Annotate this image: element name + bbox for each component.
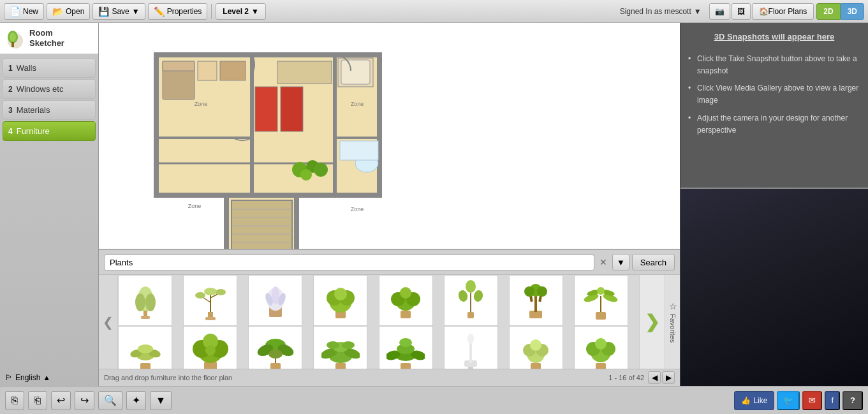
open-icon: 📂: [52, 6, 63, 17]
take-snapshot-button[interactable]: 📷: [709, 3, 730, 20]
email-icon: ✉: [809, 396, 816, 405]
twitter-button[interactable]: 🐦: [777, 391, 800, 410]
like-label: Like: [753, 396, 767, 405]
svg-rect-126: [531, 363, 541, 369]
svg-marker-139: [680, 227, 706, 355]
nav-num-1: 1: [8, 64, 13, 73]
paste-button[interactable]: ⎗: [28, 391, 47, 410]
plant-item-9[interactable]: [118, 326, 172, 369]
plant-item-16[interactable]: [574, 326, 628, 369]
copy-button[interactable]: ⎘: [5, 391, 24, 410]
svg-marker-137: [680, 291, 868, 355]
svg-rect-23: [255, 87, 277, 131]
search-button[interactable]: Search: [632, 254, 675, 270]
sidebar-item-furniture[interactable]: 4 Furniture: [3, 121, 96, 141]
facebook-icon: f: [831, 396, 834, 405]
svg-point-46: [145, 293, 156, 311]
svg-rect-146: [754, 235, 758, 283]
gallery-icon: 🖼: [737, 7, 745, 16]
search-dropdown-button[interactable]: ▼: [612, 254, 629, 270]
nav-num-3: 3: [8, 106, 13, 115]
preview-room-image: [680, 189, 868, 386]
plant-item-1[interactable]: [118, 275, 172, 326]
undo-button[interactable]: ↩: [51, 391, 71, 410]
sidebar-item-materials[interactable]: 3 Materials: [3, 100, 96, 120]
svg-rect-48: [141, 316, 150, 319]
svg-point-96: [138, 344, 153, 353]
sidebar-item-materials-label: Materials: [17, 105, 50, 115]
svg-text:Zone: Zone: [188, 203, 202, 209]
language-selector[interactable]: 🏳 English ▲: [0, 369, 98, 386]
view-2d-label: 2D: [823, 7, 833, 16]
redo-button[interactable]: ↪: [75, 391, 94, 410]
help-button[interactable]: ?: [842, 391, 863, 410]
facebook-button[interactable]: f: [825, 391, 840, 410]
svg-rect-116: [401, 363, 411, 369]
browser-content: ❮: [99, 275, 680, 369]
scroll-right-icon: ❯: [645, 311, 659, 332]
plant-item-4[interactable]: [313, 275, 367, 326]
more-button[interactable]: ▼: [150, 391, 172, 410]
like-button[interactable]: 👍 Like: [734, 391, 774, 410]
canvas-area[interactable]: Zone Zone Zone Zone Zone Zone Zone: [99, 23, 680, 386]
items-grid: [118, 275, 639, 369]
new-label: New: [23, 7, 38, 16]
save-button[interactable]: 💾 Save ▼: [92, 3, 145, 20]
svg-rect-85: [596, 312, 606, 320]
view-buttons: 📷 🖼 🏠 Floor Plans 2D 3D: [709, 3, 864, 20]
scroll-left-icon: ❮: [103, 314, 114, 330]
plant-item-2[interactable]: [183, 275, 237, 326]
grid-button[interactable]: ✦: [126, 391, 146, 410]
svg-point-71: [400, 287, 411, 299]
scroll-right-panel[interactable]: ❯: [639, 275, 665, 369]
scroll-nav: ◀ ▶: [648, 371, 675, 384]
search-clear-button[interactable]: ✕: [597, 257, 610, 267]
plant-item-15[interactable]: [509, 326, 563, 369]
email-button[interactable]: ✉: [802, 391, 822, 410]
properties-button[interactable]: ✏️ Properties: [148, 3, 208, 20]
level-selector[interactable]: Level 2 ▼: [216, 3, 266, 20]
plant-item-5[interactable]: [379, 275, 433, 326]
open-button[interactable]: 📂 Open: [47, 3, 90, 20]
plant-item-6[interactable]: [444, 275, 498, 326]
view-3d-button[interactable]: 3D: [841, 3, 864, 20]
svg-rect-136: [680, 189, 868, 355]
snapshot-instruction-3: Adjust the camera in your design for ano…: [688, 110, 860, 139]
plant-item-13[interactable]: [379, 326, 433, 369]
plant-item-7[interactable]: [509, 275, 563, 326]
svg-point-54: [216, 289, 226, 295]
logo-line1: Room: [29, 28, 64, 38]
svg-point-115: [342, 341, 355, 349]
svg-marker-153: [821, 291, 834, 355]
media-gallery-button[interactable]: 🖼: [732, 3, 751, 20]
sidebar-item-windows[interactable]: 2 Windows etc: [3, 79, 96, 99]
svg-point-121: [399, 338, 412, 347]
plant-item-14[interactable]: [444, 326, 498, 369]
svg-rect-151: [738, 320, 808, 329]
page-prev-button[interactable]: ◀: [648, 371, 661, 384]
svg-marker-152: [719, 291, 732, 355]
sidebar-item-walls[interactable]: 1 Walls: [3, 58, 96, 78]
snapshot-instructions: Click the Take Snapshot button above to …: [688, 50, 860, 139]
svg-text:Zone: Zone: [195, 101, 208, 107]
plant-item-10[interactable]: [183, 326, 237, 369]
svg-rect-3: [11, 42, 14, 47]
properties-label: Properties: [167, 7, 202, 16]
view-2d-button[interactable]: 2D: [816, 3, 840, 20]
plant-item-8[interactable]: [574, 275, 628, 326]
help-label: ?: [850, 396, 855, 405]
zoom-button[interactable]: 🔍: [98, 391, 122, 410]
plant-item-3[interactable]: [248, 275, 302, 326]
svg-rect-147: [845, 265, 848, 316]
scroll-left-panel[interactable]: ❮: [99, 275, 118, 369]
favorites-tab[interactable]: ☆ Favorites: [665, 275, 680, 369]
svg-rect-142: [716, 233, 751, 285]
flag-icon: 🏳: [5, 373, 13, 382]
open-label: Open: [66, 7, 84, 16]
page-next-button[interactable]: ▶: [662, 371, 675, 384]
floor-plans-button[interactable]: 🏠 Floor Plans: [752, 3, 814, 20]
search-input[interactable]: [104, 255, 594, 270]
plant-item-11[interactable]: [248, 326, 302, 369]
new-button[interactable]: 📄 New: [4, 3, 44, 20]
plant-item-12[interactable]: [313, 326, 367, 369]
